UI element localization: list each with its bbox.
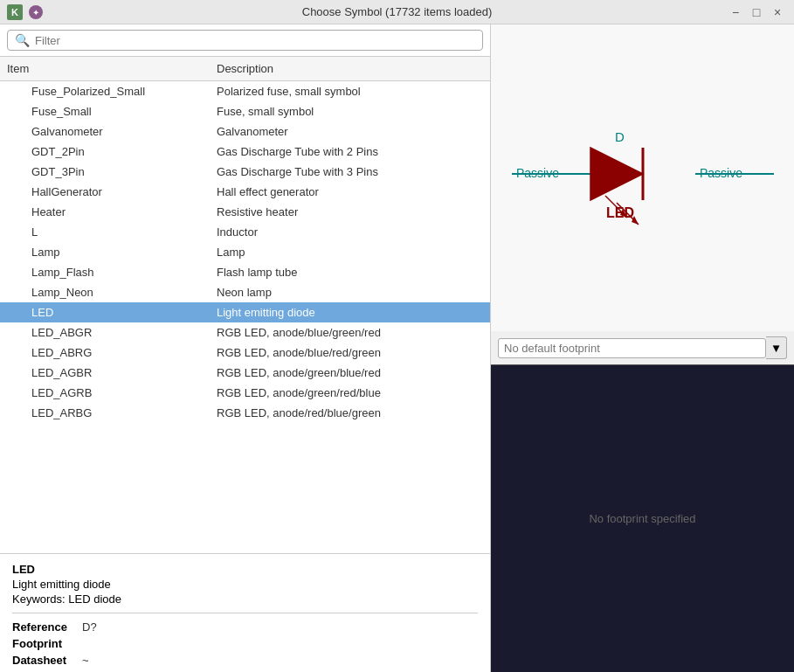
title-bar-controls: − □ × — [726, 3, 787, 22]
cell-desc: Neon lamp — [210, 284, 490, 301]
cell-desc: Gas Discharge Tube with 3 Pins — [210, 163, 490, 180]
minimize-button[interactable]: − — [726, 3, 745, 22]
svg-text:✦: ✦ — [32, 8, 39, 17]
table-row[interactable]: LED_ABRG RGB LED, anode/blue/red/green — [0, 343, 490, 363]
table-row[interactable]: Lamp_Flash Flash lamp tube — [0, 262, 490, 282]
cell-item: LED_AGRB — [0, 384, 210, 401]
datasheet-value: ~ — [82, 654, 89, 667]
footprint-select-row: ▼ — [491, 331, 794, 365]
cell-desc: Flash lamp tube — [210, 264, 490, 281]
col-desc-header: Description — [210, 60, 490, 77]
table-row[interactable]: Fuse_Small Fuse, small symbol — [0, 101, 490, 121]
cell-item: Fuse_Small — [0, 103, 210, 120]
svg-text:Passive: Passive — [700, 166, 742, 180]
info-fields: Reference D? Footprint Datasheet ~ — [12, 620, 478, 667]
cell-desc: Galvanometer — [210, 123, 490, 140]
col-item-header: Item — [0, 60, 210, 77]
svg-text:LED: LED — [606, 205, 634, 220]
footprint-row: Footprint — [12, 637, 478, 650]
cell-item: Lamp_Flash — [0, 264, 210, 281]
table-header: Item Description — [0, 57, 490, 81]
cell-item: Fuse_Polarized_Small — [0, 83, 210, 100]
info-desc: Light emitting diode — [12, 578, 478, 591]
datasheet-label: Datasheet — [12, 654, 82, 667]
filter-input[interactable] — [35, 34, 475, 47]
cell-item: LED_AGBR — [0, 364, 210, 381]
svg-marker-6 — [590, 148, 643, 200]
cell-item: Lamp — [0, 244, 210, 260]
cell-desc: Fuse, small symbol — [210, 103, 490, 120]
cell-desc: Hall effect generator — [210, 184, 490, 200]
info-divider — [12, 613, 478, 613]
reference-row: Reference D? — [12, 620, 478, 634]
left-panel: 🔍 Item Description Fuse_Polarized_Small … — [0, 24, 491, 672]
no-footprint-text: No footprint specified — [589, 512, 695, 525]
led-symbol-svg: Passive Passive LED D — [512, 108, 774, 248]
cell-item: GDT_2Pin — [0, 143, 210, 160]
cell-item: Lamp_Neon — [0, 284, 210, 301]
cell-desc: RGB LED, anode/green/red/blue — [210, 384, 490, 401]
cell-item: Galvanometer — [0, 123, 210, 140]
reference-label: Reference — [12, 620, 82, 634]
cell-desc: RGB LED, anode/blue/green/red — [210, 324, 490, 341]
table-row[interactable]: Heater Resistive heater — [0, 202, 490, 222]
svg-text:K: K — [11, 7, 18, 17]
footprint-preview: No footprint specified — [491, 365, 794, 672]
table-row[interactable]: Lamp Lamp — [0, 242, 490, 262]
cell-desc: RGB LED, anode/red/blue/green — [210, 405, 490, 421]
table-row[interactable]: LED_AGRB RGB LED, anode/green/red/blue — [0, 383, 490, 403]
cell-item: HallGenerator — [0, 184, 210, 200]
info-keywords: Keywords: LED diode — [12, 592, 478, 606]
cell-desc: Resistive heater — [210, 204, 490, 220]
footprint-select-input[interactable] — [498, 338, 766, 358]
cell-desc: Lamp — [210, 244, 490, 260]
info-name: LED — [12, 563, 478, 576]
cell-desc: Light emitting diode — [210, 304, 490, 321]
cell-desc: RGB LED, anode/blue/red/green — [210, 344, 490, 361]
cell-item: Heater — [0, 204, 210, 220]
table-row[interactable]: Galvanometer Galvanometer — [0, 121, 490, 142]
close-button[interactable]: × — [768, 3, 787, 22]
datasheet-row: Datasheet ~ — [12, 654, 478, 667]
table-body: Fuse_Polarized_Small Polarized fuse, sma… — [0, 81, 490, 553]
table-row[interactable]: GDT_2Pin Gas Discharge Tube with 2 Pins — [0, 142, 490, 162]
table-row[interactable]: LED_AGBR RGB LED, anode/green/blue/red — [0, 363, 490, 383]
keywords-label: Keywords: — [12, 592, 66, 606]
right-panel: Passive Passive LED D ▼ No footprint — [491, 24, 794, 672]
main-container: 🔍 Item Description Fuse_Polarized_Small … — [0, 24, 794, 672]
table-row[interactable]: LED_ABGR RGB LED, anode/blue/green/red — [0, 322, 490, 343]
svg-text:Passive: Passive — [516, 166, 559, 180]
cell-desc: RGB LED, anode/green/blue/red — [210, 364, 490, 381]
svg-text:D: D — [615, 129, 625, 144]
cell-item: LED — [0, 304, 210, 321]
footprint-dropdown-button[interactable]: ▼ — [766, 336, 787, 359]
app-icon-2: ✦ — [28, 4, 44, 20]
search-icon: 🔍 — [15, 33, 30, 47]
info-panel: LED Light emitting diode Keywords: LED d… — [0, 553, 490, 672]
filter-input-wrapper: 🔍 — [7, 30, 483, 51]
cell-item: LED_ABRG — [0, 344, 210, 361]
maximize-button[interactable]: □ — [747, 3, 766, 22]
cell-item: LED_ARBG — [0, 405, 210, 421]
table-row[interactable]: LED_ARBG RGB LED, anode/red/blue/green — [0, 403, 490, 423]
table-row[interactable]: Lamp_Neon Neon lamp — [0, 282, 490, 302]
cell-desc: Gas Discharge Tube with 2 Pins — [210, 143, 490, 160]
app-icon-1: K — [7, 4, 23, 20]
window-title: Choose Symbol (17732 items loaded) — [302, 5, 493, 18]
cell-item: LED_ABGR — [0, 324, 210, 341]
keywords-value: LED diode — [68, 592, 121, 606]
table-row[interactable]: Fuse_Polarized_Small Polarized fuse, sma… — [0, 81, 490, 101]
reference-value: D? — [82, 620, 97, 634]
filter-bar: 🔍 — [0, 24, 490, 57]
table-row[interactable]: HallGenerator Hall effect generator — [0, 182, 490, 202]
table-row[interactable]: L Inductor — [0, 222, 490, 242]
cell-item: GDT_3Pin — [0, 163, 210, 180]
preview-area: Passive Passive LED D — [491, 24, 794, 331]
title-bar: K ✦ Choose Symbol (17732 items loaded) −… — [0, 0, 794, 24]
footprint-label: Footprint — [12, 637, 82, 650]
table-row[interactable]: LED Light emitting diode — [0, 302, 490, 322]
title-bar-left: K ✦ — [7, 4, 44, 20]
table-row[interactable]: GDT_3Pin Gas Discharge Tube with 3 Pins — [0, 162, 490, 182]
cell-item: L — [0, 224, 210, 240]
cell-desc: Inductor — [210, 224, 490, 240]
